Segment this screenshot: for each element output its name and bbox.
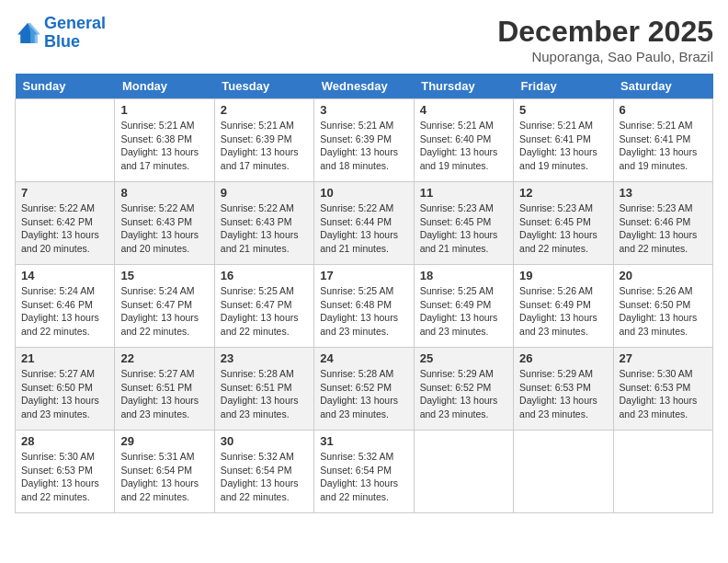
day-number: 11 bbox=[420, 186, 507, 200]
calendar-cell: 22Sunrise: 5:27 AMSunset: 6:51 PMDayligh… bbox=[115, 348, 214, 431]
day-info: Sunrise: 5:21 AMSunset: 6:41 PMDaylight:… bbox=[519, 119, 607, 173]
day-number: 6 bbox=[620, 103, 707, 117]
day-info: Sunrise: 5:22 AMSunset: 6:43 PMDaylight:… bbox=[221, 201, 308, 256]
calendar-cell bbox=[613, 431, 712, 513]
day-info: Sunrise: 5:32 AMSunset: 6:54 PMDaylight:… bbox=[221, 450, 308, 504]
calendar-cell: 6Sunrise: 5:21 AMSunset: 6:41 PMDaylight… bbox=[613, 99, 712, 182]
day-info: Sunrise: 5:22 AMSunset: 6:43 PMDaylight:… bbox=[120, 201, 208, 256]
day-info: Sunrise: 5:30 AMSunset: 6:53 PMDaylight:… bbox=[21, 450, 108, 504]
location-subtitle: Nuporanga, Sao Paulo, Brazil bbox=[497, 49, 713, 64]
calendar-table: SundayMondayTuesdayWednesdayThursdayFrid… bbox=[15, 74, 713, 513]
calendar-cell: 28Sunrise: 5:30 AMSunset: 6:53 PMDayligh… bbox=[16, 431, 115, 513]
calendar-header-row: SundayMondayTuesdayWednesdayThursdayFrid… bbox=[16, 74, 713, 99]
day-info: Sunrise: 5:24 AMSunset: 6:47 PMDaylight:… bbox=[120, 284, 208, 339]
day-info: Sunrise: 5:28 AMSunset: 6:51 PMDaylight:… bbox=[221, 367, 308, 421]
weekday-header: Thursday bbox=[414, 74, 513, 99]
weekday-header: Saturday bbox=[613, 74, 712, 99]
day-number: 2 bbox=[221, 103, 308, 117]
logo-icon bbox=[15, 20, 40, 46]
day-number: 24 bbox=[320, 351, 407, 365]
day-number: 3 bbox=[320, 103, 407, 117]
day-number: 14 bbox=[21, 269, 108, 282]
calendar-cell: 2Sunrise: 5:21 AMSunset: 6:39 PMDaylight… bbox=[214, 99, 313, 182]
calendar-cell bbox=[514, 431, 613, 513]
day-number: 4 bbox=[420, 103, 507, 117]
calendar-cell: 16Sunrise: 5:25 AMSunset: 6:47 PMDayligh… bbox=[214, 265, 313, 348]
day-info: Sunrise: 5:28 AMSunset: 6:52 PMDaylight:… bbox=[320, 367, 407, 421]
calendar-week-row: 7Sunrise: 5:22 AMSunset: 6:42 PMDaylight… bbox=[16, 182, 713, 265]
day-number: 17 bbox=[320, 269, 407, 282]
day-number: 15 bbox=[120, 269, 208, 282]
day-number: 16 bbox=[221, 269, 308, 282]
weekday-header: Friday bbox=[514, 74, 613, 99]
day-info: Sunrise: 5:29 AMSunset: 6:53 PMDaylight:… bbox=[519, 367, 607, 421]
day-number: 21 bbox=[21, 351, 108, 365]
calendar-cell: 8Sunrise: 5:22 AMSunset: 6:43 PMDaylight… bbox=[115, 182, 214, 265]
calendar-cell: 14Sunrise: 5:24 AMSunset: 6:46 PMDayligh… bbox=[16, 265, 115, 348]
day-info: Sunrise: 5:31 AMSunset: 6:54 PMDaylight:… bbox=[120, 450, 208, 504]
calendar-cell: 18Sunrise: 5:25 AMSunset: 6:49 PMDayligh… bbox=[414, 265, 513, 348]
day-info: Sunrise: 5:22 AMSunset: 6:44 PMDaylight:… bbox=[320, 201, 407, 256]
logo: General Blue bbox=[15, 15, 106, 52]
calendar-cell: 25Sunrise: 5:29 AMSunset: 6:52 PMDayligh… bbox=[414, 348, 513, 431]
calendar-cell: 31Sunrise: 5:32 AMSunset: 6:54 PMDayligh… bbox=[314, 431, 414, 513]
calendar-week-row: 21Sunrise: 5:27 AMSunset: 6:50 PMDayligh… bbox=[16, 348, 713, 431]
calendar-cell: 13Sunrise: 5:23 AMSunset: 6:46 PMDayligh… bbox=[613, 182, 712, 265]
calendar-cell: 11Sunrise: 5:23 AMSunset: 6:45 PMDayligh… bbox=[414, 182, 513, 265]
logo-text: General Blue bbox=[44, 15, 106, 52]
calendar-cell: 15Sunrise: 5:24 AMSunset: 6:47 PMDayligh… bbox=[115, 265, 214, 348]
calendar-cell: 27Sunrise: 5:30 AMSunset: 6:53 PMDayligh… bbox=[613, 348, 712, 431]
day-number: 19 bbox=[519, 269, 607, 282]
day-number: 20 bbox=[620, 269, 707, 282]
day-number: 27 bbox=[620, 351, 707, 365]
calendar-cell: 4Sunrise: 5:21 AMSunset: 6:40 PMDaylight… bbox=[414, 99, 513, 182]
day-number: 22 bbox=[120, 351, 208, 365]
calendar-cell: 7Sunrise: 5:22 AMSunset: 6:42 PMDaylight… bbox=[16, 182, 115, 265]
day-info: Sunrise: 5:24 AMSunset: 6:46 PMDaylight:… bbox=[21, 284, 108, 339]
day-number: 10 bbox=[320, 186, 407, 200]
day-number: 18 bbox=[420, 269, 507, 282]
calendar-cell: 21Sunrise: 5:27 AMSunset: 6:50 PMDayligh… bbox=[16, 348, 115, 431]
calendar-cell: 30Sunrise: 5:32 AMSunset: 6:54 PMDayligh… bbox=[214, 431, 313, 513]
day-info: Sunrise: 5:22 AMSunset: 6:42 PMDaylight:… bbox=[21, 201, 108, 256]
day-info: Sunrise: 5:21 AMSunset: 6:39 PMDaylight:… bbox=[221, 119, 308, 173]
day-number: 8 bbox=[120, 186, 208, 200]
calendar-cell: 12Sunrise: 5:23 AMSunset: 6:45 PMDayligh… bbox=[514, 182, 613, 265]
day-number: 25 bbox=[420, 351, 507, 365]
day-info: Sunrise: 5:25 AMSunset: 6:48 PMDaylight:… bbox=[320, 284, 407, 339]
page-header: General Blue December 2025 Nuporanga, Sa… bbox=[15, 15, 713, 64]
day-number: 5 bbox=[519, 103, 607, 117]
day-number: 9 bbox=[221, 186, 308, 200]
calendar-cell bbox=[16, 99, 115, 182]
calendar-cell: 29Sunrise: 5:31 AMSunset: 6:54 PMDayligh… bbox=[115, 431, 214, 513]
weekday-header: Monday bbox=[115, 74, 214, 99]
day-info: Sunrise: 5:21 AMSunset: 6:40 PMDaylight:… bbox=[420, 119, 507, 173]
day-number: 1 bbox=[120, 103, 208, 117]
day-info: Sunrise: 5:23 AMSunset: 6:46 PMDaylight:… bbox=[620, 201, 707, 256]
title-block: December 2025 Nuporanga, Sao Paulo, Braz… bbox=[497, 15, 713, 64]
month-title: December 2025 bbox=[497, 15, 713, 49]
day-info: Sunrise: 5:27 AMSunset: 6:51 PMDaylight:… bbox=[120, 367, 208, 421]
day-number: 23 bbox=[221, 351, 308, 365]
calendar-week-row: 1Sunrise: 5:21 AMSunset: 6:38 PMDaylight… bbox=[16, 99, 713, 182]
calendar-cell: 9Sunrise: 5:22 AMSunset: 6:43 PMDaylight… bbox=[214, 182, 313, 265]
calendar-cell: 19Sunrise: 5:26 AMSunset: 6:49 PMDayligh… bbox=[514, 265, 613, 348]
day-info: Sunrise: 5:25 AMSunset: 6:47 PMDaylight:… bbox=[221, 284, 308, 339]
day-number: 28 bbox=[21, 434, 108, 448]
calendar-cell: 24Sunrise: 5:28 AMSunset: 6:52 PMDayligh… bbox=[314, 348, 414, 431]
calendar-cell: 26Sunrise: 5:29 AMSunset: 6:53 PMDayligh… bbox=[514, 348, 613, 431]
calendar-cell: 23Sunrise: 5:28 AMSunset: 6:51 PMDayligh… bbox=[214, 348, 313, 431]
calendar-week-row: 14Sunrise: 5:24 AMSunset: 6:46 PMDayligh… bbox=[16, 265, 713, 348]
day-info: Sunrise: 5:29 AMSunset: 6:52 PMDaylight:… bbox=[420, 367, 507, 421]
day-number: 12 bbox=[519, 186, 607, 200]
weekday-header: Tuesday bbox=[214, 74, 313, 99]
day-number: 29 bbox=[120, 434, 208, 448]
day-info: Sunrise: 5:21 AMSunset: 6:39 PMDaylight:… bbox=[320, 119, 407, 173]
day-info: Sunrise: 5:30 AMSunset: 6:53 PMDaylight:… bbox=[620, 367, 707, 421]
day-number: 31 bbox=[320, 434, 407, 448]
day-info: Sunrise: 5:23 AMSunset: 6:45 PMDaylight:… bbox=[420, 201, 507, 256]
day-info: Sunrise: 5:21 AMSunset: 6:38 PMDaylight:… bbox=[120, 119, 208, 173]
calendar-cell: 10Sunrise: 5:22 AMSunset: 6:44 PMDayligh… bbox=[314, 182, 414, 265]
calendar-cell bbox=[414, 431, 513, 513]
day-info: Sunrise: 5:32 AMSunset: 6:54 PMDaylight:… bbox=[320, 450, 407, 504]
